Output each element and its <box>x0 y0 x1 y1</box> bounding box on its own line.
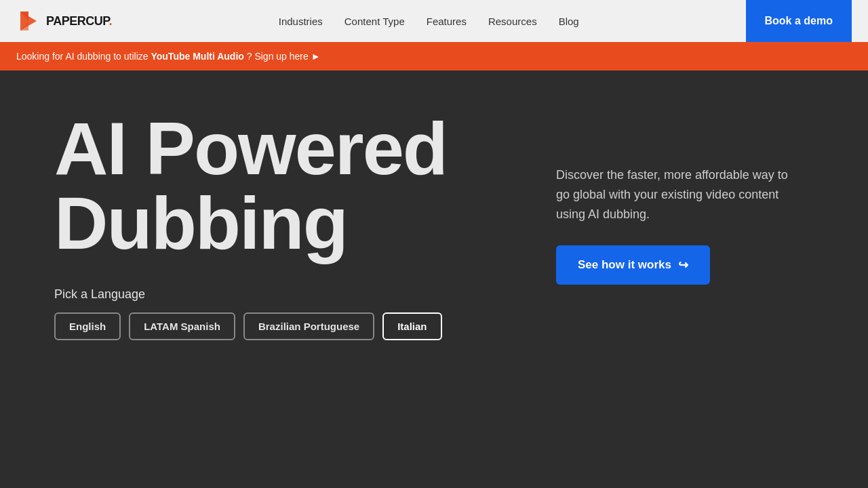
arrow-icon: ↪ <box>678 258 688 272</box>
lang-btn-english[interactable]: English <box>54 312 121 340</box>
nav-content-type[interactable]: Content Type <box>344 16 405 27</box>
lang-btn-italian[interactable]: Italian <box>382 312 441 340</box>
logo-text: PAPERCUP. <box>46 14 112 28</box>
announcement-bar[interactable]: Looking for AI dubbing to utilize YouTub… <box>0 42 868 70</box>
hero-section: AI Powered Dubbing Pick a Language Engli… <box>0 70 868 409</box>
see-how-label: See how it works <box>578 258 671 272</box>
nav-features[interactable]: Features <box>427 16 467 27</box>
nav-industries[interactable]: Industries <box>279 16 323 27</box>
navbar-right: Book a demo <box>746 0 852 42</box>
nav-blog[interactable]: Blog <box>559 16 579 27</box>
navbar: PAPERCUP. Industries Content Type Featur… <box>0 0 868 42</box>
lang-btn-latam-spanish[interactable]: LATAM Spanish <box>129 312 235 340</box>
lang-btn-brazilian-portuguese[interactable]: Brazilian Portuguese <box>243 312 374 340</box>
pick-language-label: Pick a Language <box>54 287 515 302</box>
hero-right: Discover the faster, more affordable way… <box>556 165 800 285</box>
book-demo-button[interactable]: Book a demo <box>746 0 852 42</box>
navbar-left: PAPERCUP. <box>16 9 112 33</box>
nav-resources[interactable]: Resources <box>488 16 537 27</box>
hero-description: Discover the faster, more affordable way… <box>556 165 800 224</box>
hero-left: AI Powered Dubbing Pick a Language Engli… <box>54 111 515 340</box>
announcement-text: Looking for AI dubbing to utilize YouTub… <box>16 51 321 62</box>
logo[interactable]: PAPERCUP. <box>16 9 112 33</box>
papercup-logo-icon <box>16 9 41 33</box>
hero-title: AI Powered Dubbing <box>54 111 515 260</box>
navbar-center: Industries Content Type Features Resourc… <box>279 16 579 27</box>
see-how-it-works-button[interactable]: See how it works ↪ <box>556 245 710 285</box>
language-buttons: English LATAM Spanish Brazilian Portugue… <box>54 312 515 340</box>
